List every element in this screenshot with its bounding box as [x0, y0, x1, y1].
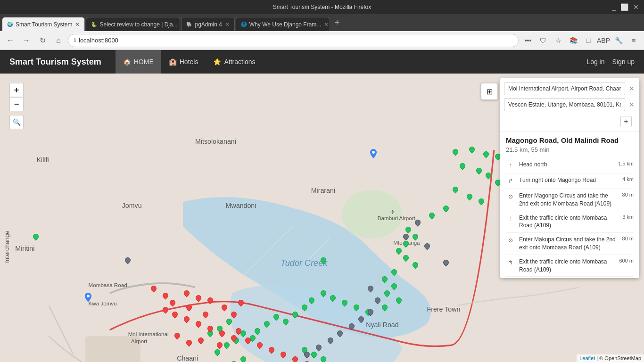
map-search-button[interactable]: 🔍 [9, 115, 24, 129]
step-dist-4: 3 km [622, 214, 634, 220]
layer-toggle-button[interactable]: ⊞ [481, 83, 498, 100]
route-step-1: ↑ Head north 1.5 km [506, 158, 634, 173]
tab-django-article[interactable]: 🌐 Why We Use Django Fram... ✕ [236, 17, 330, 31]
route-name: Magongo Road, Old Malindi Road [506, 136, 634, 144]
clear-origin-button[interactable]: ✕ [628, 84, 636, 93]
security-icon: ℹ [74, 37, 76, 43]
layer-control: ⊞ [481, 83, 498, 100]
attractions-icon: ⭐ [213, 58, 221, 66]
svg-text:Bamburi Airport: Bamburi Airport [378, 215, 416, 221]
tab-django-admin[interactable]: 🐍 Select review to change | Dja... ✕ [86, 17, 180, 31]
add-waypoint-button[interactable]: + [620, 116, 632, 127]
login-link[interactable]: Log in [586, 58, 604, 66]
tab-close-3[interactable]: ✕ [225, 21, 230, 28]
svg-text:✈: ✈ [390, 209, 395, 215]
destination-row: ✕ [504, 98, 636, 111]
tab-label-3: pgAdmin 4 [195, 21, 222, 28]
address-bar: ← → ↻ ⌂ ℹ localhost:8000 ••• 🛡 ☆ 📚 □ ABP… [0, 31, 644, 50]
tab-close-1[interactable]: ✕ [75, 21, 80, 28]
step-icon-5: ⊙ [506, 236, 515, 245]
svg-text:Nyali Road: Nyali Road [366, 321, 399, 329]
nav-actions: Log in Sign up [586, 58, 635, 66]
destination-marker[interactable] [85, 293, 91, 302]
extension-button3[interactable]: 🔧 [612, 34, 625, 47]
svg-text:Moi International: Moi International [128, 331, 169, 337]
home-icon: 🏠 [123, 58, 131, 66]
signup-link[interactable]: Sign up [612, 58, 635, 66]
new-tab-button[interactable]: + [331, 18, 344, 28]
svg-text:Mombasa Road: Mombasa Road [89, 282, 127, 288]
route-step-5: ⊙ Enter Makupa Circus and take the 2nd e… [506, 233, 634, 255]
step-icon-2: ↱ [506, 176, 515, 186]
route-time: 55 min [531, 146, 549, 153]
nav-attractions[interactable]: ⭐ Attractions [206, 50, 263, 74]
step-text-5: Enter Makupa Circus and take the 2nd exi… [519, 236, 617, 252]
map-area[interactable]: Tudor Creek Mitsolokanani Jomvu Mwandoni… [0, 74, 644, 362]
route-panel: ✕ ✕ + Magongo Road, Old Malindi Road 21.… [500, 78, 639, 278]
nav-home[interactable]: 🏠 HOME [116, 50, 161, 74]
hotels-icon: 🏨 [169, 58, 177, 66]
zoom-out-button[interactable]: − [9, 97, 24, 111]
zoom-in-button[interactable]: + [9, 83, 24, 97]
step-icon-1: ↑ [506, 161, 515, 170]
route-step-6: ↰ Exit the traffic circle onto Mombasa R… [506, 255, 634, 277]
browser-window-controls: ⎯ ⬜ ✕ [611, 3, 640, 11]
origin-input[interactable] [504, 82, 625, 95]
attribution-text: | © OpenStreetMap [596, 355, 641, 361]
step-icon-4: ↑ [506, 214, 515, 223]
route-step-3: ⊙ Enter Magongo Circus and take the 2nd … [506, 189, 634, 211]
tab-label-4: Why We Use Django Fram... [249, 21, 321, 28]
clear-destination-button[interactable]: ✕ [628, 100, 636, 109]
step-text-6: Exit the traffic circle onto Mombasa Roa… [519, 258, 613, 274]
svg-text:Interchange: Interchange [3, 230, 10, 263]
home-button[interactable]: ⌂ [52, 34, 65, 47]
reload-button[interactable]: ↻ [36, 34, 49, 47]
route-inputs: ✕ ✕ + [500, 78, 639, 132]
tab-favicon-1: 🌍 [7, 22, 13, 27]
tab-close-4[interactable]: ✕ [324, 21, 329, 28]
svg-text:Mirarani: Mirarani [311, 187, 335, 194]
route-step-2: ↱ Turn right onto Magongo Road 4 km [506, 173, 634, 189]
leaflet-link[interactable]: Leaflet [579, 355, 595, 361]
step-icon-6: ↰ [506, 258, 515, 267]
minimize-icon[interactable]: ⎯ [611, 3, 617, 11]
browser-title-bar: Smart Tourism System - Mozilla Firefox ⎯… [0, 0, 644, 14]
back-button[interactable]: ← [4, 34, 17, 47]
svg-point-27 [87, 295, 90, 297]
destination-input[interactable] [504, 98, 625, 111]
step-icon-3: ⊙ [506, 192, 515, 201]
tab-smart-tourism[interactable]: 🌍 Smart Tourism System ✕ [2, 17, 85, 31]
shield-button[interactable]: 🛡 [537, 34, 550, 47]
route-steps[interactable]: ↑ Head north 1.5 km ↱ Turn right onto Ma… [500, 158, 639, 278]
menu-button[interactable]: ≡ [627, 34, 640, 47]
svg-text:Mwandoni: Mwandoni [226, 202, 256, 209]
origin-row: ✕ [504, 82, 636, 95]
tab-favicon-2: 🐍 [91, 22, 97, 27]
tab-label-1: Smart Tourism System [16, 21, 72, 28]
svg-text:Mitsolokanani: Mitsolokanani [195, 138, 236, 145]
route-distance: 21.5 km [506, 146, 528, 153]
close-icon[interactable]: ✕ [632, 3, 640, 11]
route-step-4: ↑ Exit the traffic circle onto Mombasa R… [506, 211, 634, 233]
extension-button2[interactable]: □ [582, 34, 595, 47]
more-options-button[interactable]: ••• [521, 34, 535, 47]
step-text-1: Head north [519, 161, 612, 169]
adblock-button[interactable]: ABP [597, 34, 610, 47]
svg-text:Frere Town: Frere Town [427, 305, 460, 313]
tab-pgadmin[interactable]: 🐘 pgAdmin 4 ✕ [181, 17, 234, 31]
maximize-icon[interactable]: ⬜ [619, 3, 630, 11]
app-brand: Smart Tourism System [9, 57, 101, 67]
step-text-4: Exit the traffic circle onto Mombasa Roa… [519, 214, 617, 230]
forward-button[interactable]: → [20, 34, 33, 47]
bookmark-button[interactable]: ☆ [552, 34, 565, 47]
tab-favicon-4: 🌐 [241, 22, 247, 27]
nav-hotels[interactable]: 🏨 Hotels [161, 50, 206, 74]
url-bar[interactable]: ℹ localhost:8000 [68, 34, 519, 47]
step-dist-5: 80 m [622, 236, 634, 241]
add-waypoint-row: + [504, 114, 636, 127]
step-dist-2: 4 km [622, 176, 634, 182]
route-info: Magongo Road, Old Malindi Road 21.5 km, … [500, 132, 639, 153]
svg-text:Kilifi: Kilifi [37, 156, 49, 164]
origin-marker[interactable] [370, 149, 377, 158]
extension-button1[interactable]: 📚 [567, 34, 580, 47]
